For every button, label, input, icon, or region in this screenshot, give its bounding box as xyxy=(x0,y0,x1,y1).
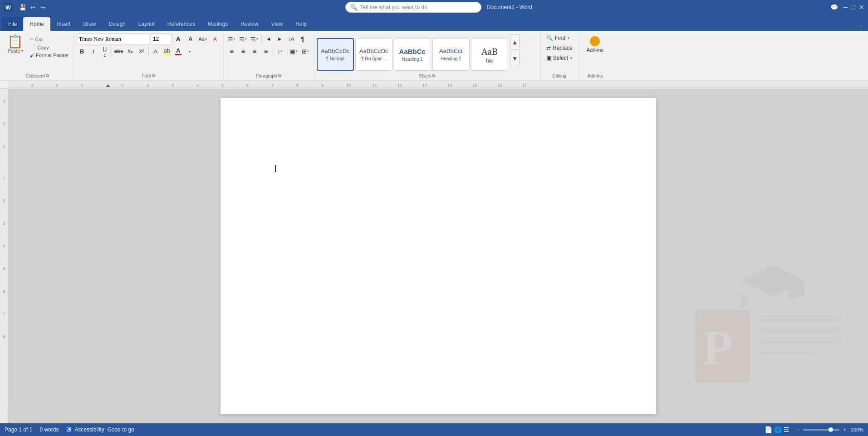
highlight-color-button[interactable]: ab xyxy=(162,46,172,57)
svg-text:16: 16 xyxy=(497,83,502,87)
align-right-button[interactable]: ≡ xyxy=(249,46,260,57)
ribbon-collapse-btn[interactable]: ▲ xyxy=(857,22,865,29)
svg-text:3: 3 xyxy=(31,83,33,87)
quick-redo-icon[interactable]: ↪ xyxy=(38,3,47,12)
align-center-button[interactable]: ≡ xyxy=(238,46,249,57)
bullets-button[interactable]: ☰▾ xyxy=(226,34,237,44)
zoom-in-button[interactable]: + xyxy=(843,427,846,432)
addins-group: Add-ins Add-ins xyxy=(579,33,612,80)
tab-insert[interactable]: Insert xyxy=(50,17,77,31)
quick-save-icon[interactable]: 💾 xyxy=(18,3,27,12)
align-left-button[interactable]: ≡ xyxy=(226,46,237,57)
subscript-button[interactable]: X₂ xyxy=(125,46,136,57)
find-button[interactable]: 🔍 Find ▾ xyxy=(544,34,572,43)
font-color-button[interactable]: A xyxy=(173,46,184,57)
style-normal-preview: AaBbCcDc xyxy=(321,48,350,55)
styles-expand-icon[interactable]: ⧉ xyxy=(432,73,435,78)
bold-button[interactable]: B xyxy=(77,46,88,57)
italic-button[interactable]: I xyxy=(88,46,99,57)
tab-draw[interactable]: Draw xyxy=(77,17,102,31)
multilevel-button[interactable]: ☰▾ xyxy=(249,34,260,44)
paste-button[interactable]: 📋 Paste▾ xyxy=(4,34,27,55)
justify-button[interactable]: ≡ xyxy=(260,46,271,57)
addins-label: Add-ins xyxy=(587,47,603,53)
style-nospacing-label: ¶ No Spac... xyxy=(361,56,386,61)
numbering-button[interactable]: ☰▾ xyxy=(238,34,249,44)
svg-rect-37 xyxy=(741,294,745,308)
find-dropdown: ▾ xyxy=(568,36,569,40)
close-icon[interactable]: ✕ xyxy=(859,4,864,11)
underline-button[interactable]: U ▾ xyxy=(99,46,110,57)
svg-rect-41 xyxy=(759,325,841,332)
minimize-icon[interactable]: ─ xyxy=(843,4,848,11)
quick-undo-icon[interactable]: ↩ xyxy=(28,3,37,12)
line-spacing-button[interactable]: ↕▾ xyxy=(275,46,285,57)
tell-me-input[interactable]: 🔍 Tell me what you want to do xyxy=(345,2,481,13)
shading-button[interactable]: ▣▾ xyxy=(289,46,299,57)
styles-scroll-up[interactable]: ▲ xyxy=(510,34,520,50)
outline-icon[interactable]: ☰ xyxy=(784,426,790,433)
document-area[interactable]: P xyxy=(8,89,868,423)
text-effects-button[interactable]: A xyxy=(150,46,161,57)
svg-text:5: 5 xyxy=(3,266,5,271)
svg-text:6: 6 xyxy=(3,289,5,294)
font-expand-icon[interactable]: ⧉ xyxy=(152,73,155,78)
styles-scroll-down[interactable]: ▼ xyxy=(510,51,520,66)
style-heading1[interactable]: AaBbCc Heading 1 xyxy=(394,38,431,71)
select-button[interactable]: ▣ Select ▾ xyxy=(544,53,575,63)
borders-button[interactable]: ⊞▾ xyxy=(300,46,311,57)
font-size-input[interactable] xyxy=(151,34,172,44)
tab-review[interactable]: Review xyxy=(234,17,265,31)
clipboard-expand-icon[interactable]: ⧉ xyxy=(46,73,49,78)
change-case-button[interactable]: Aa▾ xyxy=(197,34,208,44)
tab-references[interactable]: References xyxy=(161,17,201,31)
style-no-spacing[interactable]: AaBbCcDc ¶ No Spac... xyxy=(355,38,392,71)
font-label: Font ⧉ xyxy=(74,73,223,78)
accessibility-status: ♿ Accessibility: Good to go xyxy=(66,426,134,433)
replace-button[interactable]: ⇄ Replace xyxy=(544,44,575,53)
maximize-icon[interactable]: □ xyxy=(852,4,855,11)
format-painter-button[interactable]: 🖌 Format Painter xyxy=(28,52,71,59)
copy-button[interactable]: 📄 Copy xyxy=(28,44,71,51)
chat-icon[interactable]: 💬 xyxy=(830,4,838,11)
strikethrough-button[interactable]: abc xyxy=(113,46,124,57)
tab-view[interactable]: View xyxy=(265,17,289,31)
svg-text:3: 3 xyxy=(3,221,5,226)
status-right: 📄 🌐 ☰ − + 100% xyxy=(765,426,863,433)
tab-layout[interactable]: Layout xyxy=(132,17,161,31)
decrease-indent-button[interactable]: ◄ xyxy=(263,34,274,44)
paragraph-expand-icon[interactable]: ⧉ xyxy=(278,73,281,78)
tab-home[interactable]: Home xyxy=(23,17,50,31)
style-title[interactable]: AaB Title xyxy=(471,38,508,71)
font-grow-button[interactable]: A xyxy=(173,34,184,44)
addins-button[interactable]: Add-ins xyxy=(581,34,609,55)
clear-formatting-button[interactable]: A xyxy=(210,34,221,44)
tab-help[interactable]: Help xyxy=(289,17,313,31)
sort-button[interactable]: ↕A xyxy=(286,34,297,44)
ribbon: 📋 Paste▾ ✂ Cut 📄 Copy 🖌 xyxy=(0,31,868,81)
zoom-slider[interactable] xyxy=(803,429,839,431)
cut-button[interactable]: ✂ Cut xyxy=(28,35,71,43)
tab-design[interactable]: Design xyxy=(102,17,132,31)
font-shrink-button[interactable]: A xyxy=(185,34,196,44)
svg-text:8: 8 xyxy=(296,83,299,87)
web-layout-icon[interactable]: 🌐 xyxy=(774,426,782,433)
superscript-button[interactable]: X² xyxy=(136,46,147,57)
style-heading2[interactable]: AaBbCct Heading 2 xyxy=(432,38,470,71)
style-normal[interactable]: AaBbCcDc ¶ Normal xyxy=(317,38,354,71)
editing-label: Editing xyxy=(541,73,578,78)
show-paragraph-button[interactable]: ¶ xyxy=(297,34,308,44)
print-layout-icon[interactable]: 📄 xyxy=(765,426,772,433)
svg-marker-36 xyxy=(789,281,804,299)
increase-indent-button[interactable]: ► xyxy=(275,34,285,44)
zoom-level[interactable]: 100% xyxy=(851,427,863,432)
para-row1: ☰▾ ☰▾ ☰▾ ◄ ► ↕A ¶ xyxy=(226,34,308,44)
svg-text:6: 6 xyxy=(246,83,249,87)
zoom-out-button[interactable]: − xyxy=(797,427,799,432)
tab-mailings[interactable]: Mailings xyxy=(201,17,234,31)
font-color-dropdown[interactable]: ▾ xyxy=(184,46,195,57)
font-name-input[interactable] xyxy=(77,34,149,44)
document-page[interactable] xyxy=(221,98,656,414)
tab-file[interactable]: File xyxy=(2,17,23,31)
format-painter-label: Format Painter xyxy=(36,53,69,58)
